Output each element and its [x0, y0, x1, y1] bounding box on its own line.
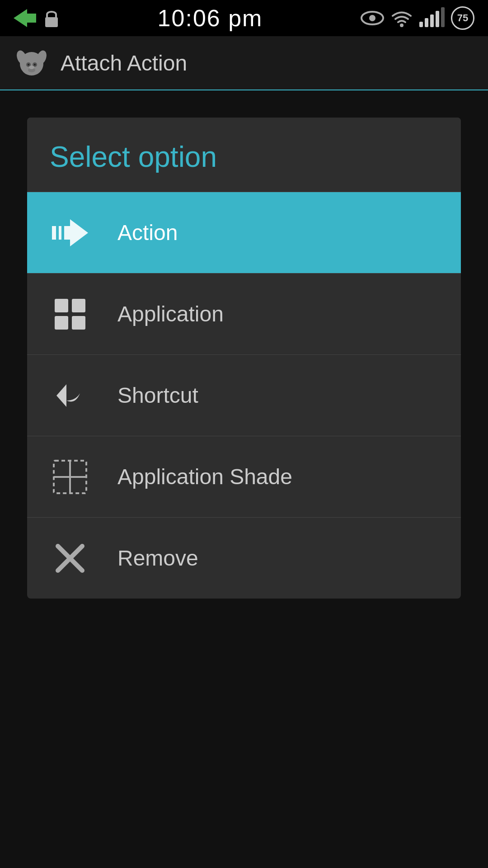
dialog-header: Select option	[27, 118, 461, 192]
close-icon	[50, 542, 90, 574]
svg-point-4	[400, 24, 404, 27]
svg-rect-19	[55, 316, 68, 330]
status-bar: 10:06 pm 75	[0, 0, 488, 36]
svg-rect-17	[55, 299, 68, 312]
eye-icon	[361, 10, 384, 26]
dialog-title: Select option	[50, 141, 217, 173]
network-arrow-icon	[14, 9, 36, 27]
menu-item-application-shade-label: Application Shade	[117, 464, 292, 489]
select-option-dialog: Select option Action	[27, 118, 461, 599]
grid-icon	[50, 298, 90, 330]
menu-item-shortcut-label: Shortcut	[117, 383, 198, 408]
svg-point-13	[29, 66, 34, 69]
app-logo-icon	[14, 45, 50, 81]
menu-item-action[interactable]: Action	[27, 192, 461, 273]
app-shade-icon	[50, 460, 90, 494]
menu-item-remove[interactable]: Remove	[27, 517, 461, 599]
menu-item-remove-label: Remove	[117, 546, 198, 571]
wifi-icon	[390, 9, 413, 27]
status-left-icons	[14, 8, 60, 28]
menu-item-application[interactable]: Application	[27, 273, 461, 354]
svg-point-11	[28, 64, 29, 66]
svg-marker-0	[14, 9, 36, 27]
svg-point-3	[369, 15, 375, 21]
title-bar: Attach Action	[0, 36, 488, 90]
signal-bars-icon	[419, 9, 445, 27]
svg-rect-18	[72, 299, 85, 312]
shortcut-back-icon	[50, 380, 90, 411]
menu-item-shortcut[interactable]: Shortcut	[27, 354, 461, 436]
svg-rect-20	[72, 316, 85, 330]
action-arrow-icon	[50, 217, 90, 249]
status-right-icons: 75	[361, 6, 474, 30]
page-title: Attach Action	[61, 51, 187, 75]
svg-rect-1	[45, 17, 58, 27]
menu-item-application-shade[interactable]: Application Shade	[27, 436, 461, 517]
menu-item-action-label: Action	[117, 220, 178, 245]
menu-item-application-label: Application	[117, 302, 224, 326]
background-area: Select option Action	[0, 90, 488, 868]
lock-icon	[43, 8, 60, 28]
time-display: 10:06 pm	[158, 5, 263, 32]
battery-indicator: 75	[451, 6, 474, 30]
svg-point-12	[34, 64, 36, 66]
